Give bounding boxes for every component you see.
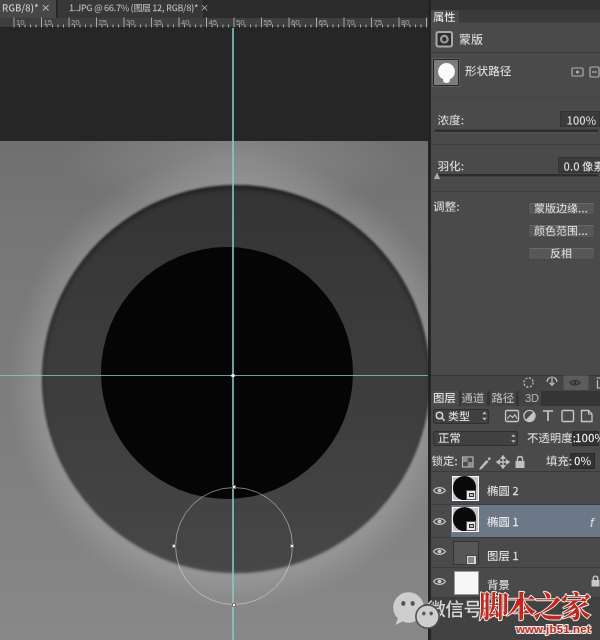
svg-text:55: 55 [264, 18, 272, 27]
svg-text:10: 10 [16, 18, 24, 27]
svg-text:50: 50 [236, 18, 244, 27]
svg-text:65: 65 [319, 18, 327, 27]
svg-text:3D: 3D [525, 392, 539, 404]
svg-text:30: 30 [126, 18, 134, 27]
svg-text:80: 80 [401, 18, 409, 27]
svg-text:15: 15 [44, 18, 52, 27]
svg-text:70: 70 [346, 18, 354, 27]
svg-text:35: 35 [154, 18, 162, 27]
svg-text:40: 40 [181, 18, 189, 27]
svg-text:25: 25 [99, 18, 107, 27]
svg-text:85: 85 [429, 18, 437, 27]
svg-text:www.jb51.net: www.jb51.net [515, 623, 591, 635]
svg-text:f: f [590, 515, 595, 530]
svg-text:60: 60 [291, 18, 299, 27]
svg-text:20: 20 [71, 18, 79, 27]
svg-text:75: 75 [374, 18, 382, 27]
svg-text:45: 45 [209, 18, 217, 27]
